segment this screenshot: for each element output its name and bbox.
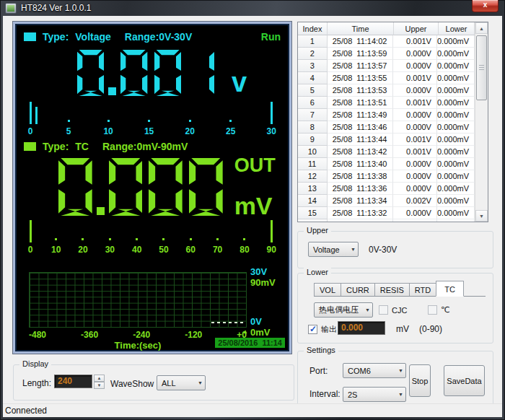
cell-lower[interactable]: 0.000mV (437, 183, 475, 195)
cell-time[interactable]: 25/08 11:13:32 (328, 207, 393, 219)
stepper-up-icon[interactable]: ▲ (94, 375, 105, 382)
cell-lower[interactable]: 0.000mV (437, 35, 475, 48)
cell-index[interactable]: 9 (298, 134, 328, 146)
cell-time[interactable]: 25/08 11:13:42 (328, 146, 393, 158)
cell-index[interactable]: 13 (298, 183, 328, 195)
cell-lower[interactable]: 0.000mV (437, 84, 475, 97)
table-row[interactable]: 1625/08 11:13:300.000V0.000mV (298, 219, 475, 222)
output-value-input[interactable]: 0.000 (338, 321, 385, 335)
cell-time[interactable]: 25/08 11:13:53 (328, 84, 393, 97)
close-button[interactable]: x (472, 0, 499, 12)
output-checkbox-row[interactable]: 输出 (308, 324, 337, 335)
cell-lower[interactable]: 0.000mV (437, 121, 475, 134)
cell-time[interactable]: 25/08 11:13:40 (328, 158, 393, 170)
cell-upper[interactable]: 0.000V (393, 183, 437, 195)
celsius-checkbox-row[interactable]: ℃ (428, 305, 449, 315)
cell-lower[interactable]: 0.000mV (437, 195, 475, 207)
savedata-button[interactable]: SaveData (444, 365, 485, 396)
cell-index[interactable]: 12 (298, 170, 328, 183)
table-row[interactable]: 1325/08 11:13:360.000V0.000mV (298, 183, 475, 195)
cell-upper[interactable]: 0.000V (393, 207, 437, 219)
cell-time[interactable]: 25/08 11:13:55 (328, 72, 393, 84)
cjc-checkbox[interactable] (379, 305, 388, 315)
cell-index[interactable]: 15 (298, 207, 328, 219)
table-row[interactable]: 725/08 11:13:490.000V0.000mV (298, 109, 475, 121)
cell-time[interactable]: 25/08 11:14:02 (328, 35, 393, 48)
cell-index[interactable]: 2 (298, 48, 328, 60)
cell-upper[interactable]: 0.001V (393, 72, 437, 84)
tab-tc[interactable]: TC (436, 281, 464, 297)
tab-resis[interactable]: RESIS (374, 283, 410, 296)
output-checkbox[interactable] (308, 325, 317, 334)
cell-upper[interactable]: 0.000V (393, 158, 437, 170)
tab-vol[interactable]: VOL (314, 283, 341, 296)
port-select[interactable]: COM6 ▼ (343, 363, 406, 378)
upper-mode-select[interactable]: Voltage ▼ (308, 242, 359, 257)
scroll-up-icon[interactable]: ▲ (475, 22, 488, 34)
stop-button[interactable]: Stop (409, 364, 431, 397)
cell-lower[interactable]: 0.000mV (437, 109, 475, 121)
cell-index[interactable]: 4 (298, 72, 328, 84)
table-row[interactable]: 825/08 11:13:460.000V0.000mV (298, 121, 475, 134)
cell-upper[interactable]: 0.002V (393, 195, 437, 207)
cell-index[interactable]: 6 (298, 97, 328, 109)
table-row[interactable]: 225/08 11:13:590.000V0.000mV (298, 48, 475, 60)
cell-time[interactable]: 25/08 11:13:34 (328, 195, 393, 207)
cell-upper[interactable]: 0.000V (393, 170, 437, 183)
table-header-upper[interactable]: Upper (394, 22, 439, 35)
table-header-lower[interactable]: Lower (439, 22, 475, 35)
table-row[interactable]: 925/08 11:13:440.001V0.000mV (298, 134, 475, 146)
cell-time[interactable]: 25/08 11:13:49 (328, 109, 393, 121)
cell-index[interactable]: 16 (298, 219, 328, 222)
table-row[interactable]: 1525/08 11:13:320.000V0.000mV (298, 207, 475, 219)
stepper-down-icon[interactable]: ▼ (94, 382, 105, 389)
cell-index[interactable]: 7 (298, 109, 328, 121)
cell-time[interactable]: 25/08 11:13:46 (328, 121, 393, 134)
cell-index[interactable]: 14 (298, 195, 328, 207)
cell-upper[interactable]: 0.000V (393, 219, 437, 222)
table-row[interactable]: 625/08 11:13:510.001V0.000mV (298, 97, 475, 109)
table-row[interactable]: 525/08 11:13:530.000V0.000mV (298, 84, 475, 97)
scrollbar-track[interactable] (475, 34, 488, 210)
cell-index[interactable]: 8 (298, 121, 328, 134)
cell-time[interactable]: 25/08 11:13:51 (328, 97, 393, 109)
tab-curr[interactable]: CURR (341, 283, 375, 296)
table-header-time[interactable]: Time (328, 22, 394, 35)
scrollbar-thumb[interactable] (476, 35, 487, 100)
cell-lower[interactable]: 0.000mV (437, 170, 475, 183)
table-row[interactable]: 1425/08 11:13:340.002V0.000mV (298, 195, 475, 207)
table-header-index[interactable]: Index (298, 22, 328, 35)
cell-upper[interactable]: 0.001V (393, 134, 437, 146)
table-row[interactable]: 425/08 11:13:550.001V0.000mV (298, 72, 475, 84)
cjc-checkbox-row[interactable]: CJC (379, 305, 407, 315)
cell-upper[interactable]: 0.001V (393, 35, 437, 48)
cell-time[interactable]: 25/08 11:13:44 (328, 134, 393, 146)
table-row[interactable]: 1025/08 11:13:420.001V0.000mV (298, 146, 475, 158)
cell-lower[interactable]: 0.000mV (437, 146, 475, 158)
cell-time[interactable]: 25/08 11:13:30 (328, 219, 393, 222)
cell-lower[interactable]: 0.000mV (437, 158, 475, 170)
cell-lower[interactable]: 0.000mV (437, 134, 475, 146)
cell-index[interactable]: 1 (298, 35, 328, 48)
cell-lower[interactable]: 0.000mV (437, 60, 475, 72)
table-row[interactable]: 125/08 11:14:020.001V0.000mV (298, 35, 475, 48)
cell-index[interactable]: 3 (298, 60, 328, 72)
cell-upper[interactable]: 0.001V (393, 146, 437, 158)
table-row[interactable]: 1225/08 11:13:380.000V0.000mV (298, 170, 475, 183)
cell-upper[interactable]: 0.001V (393, 97, 437, 109)
interval-select[interactable]: 2S ▼ (343, 387, 406, 402)
cell-index[interactable]: 11 (298, 158, 328, 170)
cell-time[interactable]: 25/08 11:13:36 (328, 183, 393, 195)
cell-time[interactable]: 25/08 11:13:38 (328, 170, 393, 183)
tc-mode-select[interactable]: 热电偶电压 ▼ (314, 302, 373, 318)
cell-lower[interactable]: 0.000mV (437, 219, 475, 222)
cell-lower[interactable]: 0.000mV (437, 72, 475, 84)
celsius-checkbox[interactable] (428, 305, 437, 315)
cell-time[interactable]: 25/08 11:13:59 (328, 48, 393, 60)
cell-upper[interactable]: 0.000V (393, 48, 437, 60)
title-bar[interactable]: HT824 Ver 1.0.0.1 (0, 0, 505, 16)
cell-index[interactable]: 5 (298, 84, 328, 97)
tab-rtd[interactable]: RTD (409, 283, 436, 296)
cell-time[interactable]: 25/08 11:13:57 (328, 60, 393, 72)
cell-lower[interactable]: 0.000mV (437, 48, 475, 60)
